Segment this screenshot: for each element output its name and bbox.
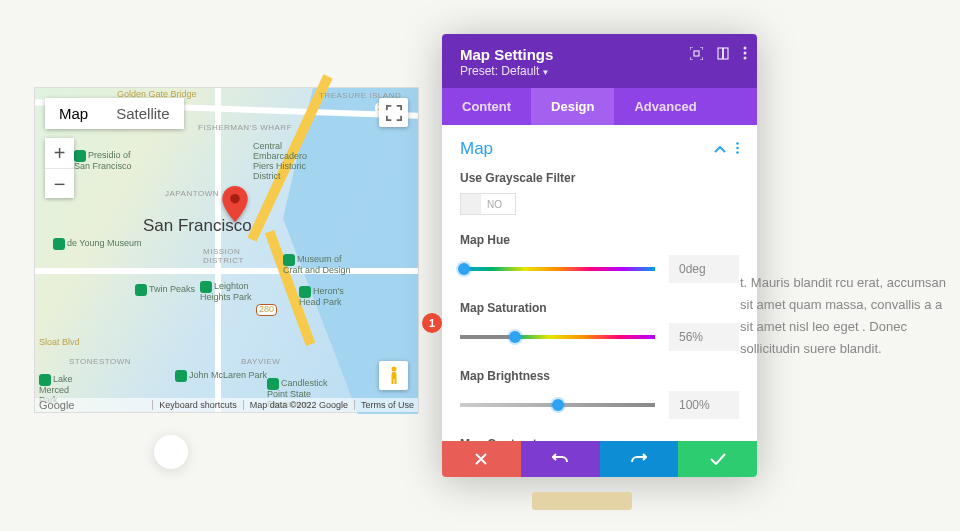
zoom-in-button[interactable]: + bbox=[45, 138, 74, 168]
map-type-toggle[interactable]: Map Satellite bbox=[45, 98, 184, 129]
footer-keyboard-shortcuts[interactable]: Keyboard shortcuts bbox=[152, 400, 237, 410]
brightness-slider[interactable] bbox=[460, 403, 655, 407]
saturation-slider[interactable] bbox=[460, 335, 655, 339]
help-bubble[interactable] bbox=[154, 435, 188, 469]
fullscreen-button[interactable] bbox=[379, 98, 408, 127]
hue-slider[interactable] bbox=[460, 267, 655, 271]
undo-button[interactable] bbox=[521, 441, 600, 477]
section-title-map[interactable]: Map bbox=[460, 139, 493, 159]
grayscale-toggle[interactable]: NO bbox=[460, 193, 516, 215]
svg-point-0 bbox=[230, 194, 240, 204]
panel-header[interactable]: Map Settings Preset: Default▼ bbox=[442, 34, 757, 88]
cancel-button[interactable] bbox=[442, 441, 521, 477]
svg-rect-4 bbox=[394, 378, 396, 384]
save-button[interactable] bbox=[678, 441, 757, 477]
pegman-button[interactable] bbox=[379, 361, 408, 390]
tab-content[interactable]: Content bbox=[442, 88, 531, 125]
fullscreen-icon bbox=[386, 105, 402, 121]
poi-fishermans-wharf: FISHERMAN'S WHARF bbox=[198, 124, 292, 133]
svg-point-8 bbox=[744, 47, 747, 50]
panel-footer bbox=[442, 441, 757, 477]
google-logo: Google bbox=[39, 399, 74, 411]
poi-sloat: Sloat Blvd bbox=[39, 338, 80, 348]
tab-design[interactable]: Design bbox=[531, 88, 614, 125]
poi-mission: MISSION DISTRICT bbox=[203, 248, 244, 266]
map-type-map-button[interactable]: Map bbox=[45, 98, 102, 129]
svg-rect-2 bbox=[391, 372, 396, 379]
expand-icon[interactable] bbox=[690, 47, 703, 60]
svg-point-9 bbox=[744, 52, 747, 55]
map-type-satellite-button[interactable]: Satellite bbox=[102, 98, 183, 129]
poi-japantown: JAPANTOWN bbox=[165, 190, 219, 199]
kebab-icon[interactable] bbox=[743, 46, 747, 60]
poi-leighton: Leighton Heights Park bbox=[200, 281, 252, 303]
background-block bbox=[532, 492, 632, 510]
poi-presidio: Presidio of San Francisco bbox=[74, 150, 132, 172]
tab-advanced[interactable]: Advanced bbox=[614, 88, 716, 125]
poi-bayview: BAYVIEW bbox=[241, 358, 280, 367]
saturation-value-input[interactable] bbox=[669, 323, 739, 351]
zoom-controls: + − bbox=[45, 138, 74, 198]
svg-point-10 bbox=[744, 57, 747, 60]
poi-stonestown: STONESTOWN bbox=[69, 358, 131, 367]
redo-icon bbox=[631, 452, 647, 466]
section-kebab-icon[interactable] bbox=[736, 140, 739, 158]
svg-point-12 bbox=[736, 147, 739, 150]
hue-label: Map Hue bbox=[460, 233, 739, 247]
poi-twin-peaks: Twin Peaks bbox=[135, 284, 195, 296]
docs-icon[interactable] bbox=[717, 47, 729, 60]
grayscale-label: Use Grayscale Filter bbox=[460, 171, 739, 185]
redo-button[interactable] bbox=[600, 441, 679, 477]
chevron-up-icon[interactable] bbox=[714, 140, 726, 158]
footer-terms[interactable]: Terms of Use bbox=[354, 400, 414, 410]
panel-preset[interactable]: Preset: Default▼ bbox=[460, 64, 739, 78]
panel-body: Map Use Grayscale Filter NO Map Hue Map … bbox=[442, 125, 757, 441]
svg-rect-5 bbox=[694, 51, 699, 56]
city-label: San Francisco bbox=[143, 216, 252, 236]
footer-map-data: Map data ©2022 Google bbox=[243, 400, 348, 410]
poi-i280: 280 bbox=[256, 304, 277, 316]
background-lorem: t. Mauris blandit rcu erat, accumsan sit… bbox=[740, 272, 950, 360]
poi-craft: Museum of Craft and Design bbox=[283, 254, 351, 276]
panel-tabs: Content Design Advanced bbox=[442, 88, 757, 125]
annotation-badge-1: 1 bbox=[422, 313, 442, 333]
poi-mclaren: John McLaren Park bbox=[175, 370, 267, 382]
map-embed[interactable]: Golden Gate Bridge Treasure Island FISHE… bbox=[34, 87, 419, 413]
pegman-icon bbox=[387, 366, 401, 386]
settings-panel: Map Settings Preset: Default▼ Content De… bbox=[442, 34, 757, 477]
svg-point-1 bbox=[391, 366, 396, 371]
undo-icon bbox=[552, 452, 568, 466]
poi-central-embarcadero: Central Embarcadero Piers Historic Distr… bbox=[253, 142, 307, 182]
zoom-out-button[interactable]: − bbox=[45, 168, 74, 198]
brightness-label: Map Brightness bbox=[460, 369, 739, 383]
hue-value-input[interactable] bbox=[669, 255, 739, 283]
svg-point-13 bbox=[736, 151, 739, 154]
saturation-label: Map Saturation bbox=[460, 301, 739, 315]
poi-de-young: de Young Museum bbox=[53, 238, 142, 250]
check-icon bbox=[710, 453, 726, 465]
svg-rect-3 bbox=[391, 378, 393, 384]
brightness-value-input[interactable] bbox=[669, 391, 739, 419]
poi-herons-head: Heron's Head Park bbox=[299, 286, 344, 308]
svg-rect-7 bbox=[722, 48, 724, 59]
map-footer: Google Keyboard shortcuts Map data ©2022… bbox=[35, 398, 418, 412]
close-icon bbox=[474, 452, 488, 466]
svg-point-11 bbox=[736, 142, 739, 145]
